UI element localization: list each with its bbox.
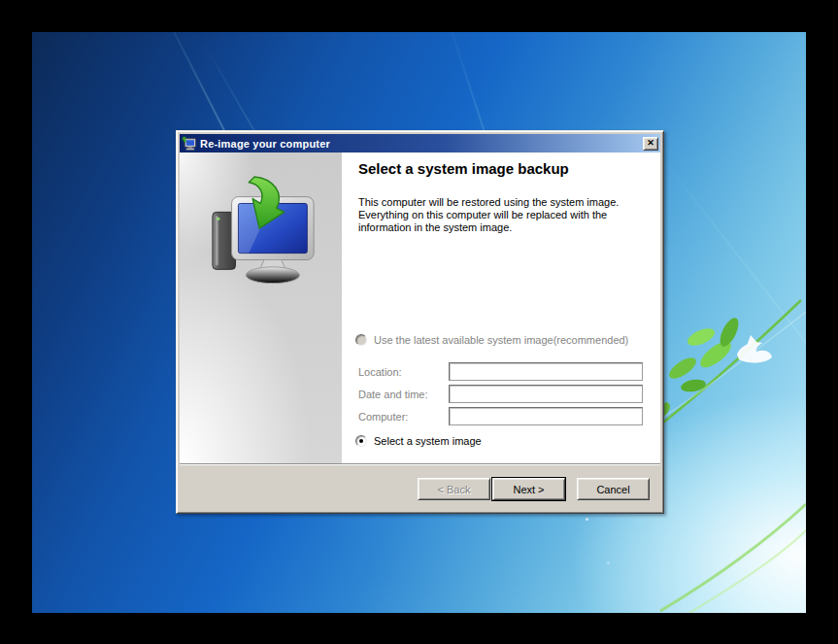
next-button[interactable]: Next > bbox=[492, 478, 565, 500]
cancel-button[interactable]: Cancel bbox=[577, 478, 650, 500]
page-description: This computer will be restored using the… bbox=[358, 196, 654, 234]
back-button[interactable]: < Back bbox=[418, 478, 490, 500]
bird-icon bbox=[737, 335, 772, 363]
page-title: Select a system image backup bbox=[358, 160, 569, 177]
close-button[interactable]: ✕ bbox=[643, 137, 658, 151]
radio-option-select-image[interactable]: Select a system image bbox=[355, 435, 482, 447]
location-label: Location: bbox=[358, 366, 449, 378]
radio-icon[interactable] bbox=[355, 334, 367, 346]
radio-option-label: Select a system image bbox=[374, 435, 482, 447]
date-time-input[interactable] bbox=[449, 385, 643, 403]
wizard-side-panel bbox=[180, 153, 342, 463]
wizard-button-row: < Back Next > Cancel bbox=[180, 465, 660, 510]
window-titlebar[interactable]: Re-image your computer ✕ bbox=[180, 134, 660, 153]
wallpaper-sparkle bbox=[607, 561, 610, 564]
field-row-location: Location: bbox=[358, 362, 643, 381]
computer-restore-illustration-icon bbox=[207, 174, 321, 288]
field-row-date-time: Date and time: bbox=[358, 385, 643, 403]
desktop-wallpaper: Re-image your computer ✕ bbox=[32, 32, 806, 613]
date-time-label: Date and time: bbox=[358, 389, 449, 400]
reimage-computer-icon[interactable] bbox=[182, 136, 196, 151]
reimage-wizard-window: Re-image your computer ✕ bbox=[176, 130, 664, 514]
window-title: Re-image your computer bbox=[200, 138, 643, 150]
field-row-computer: Computer: bbox=[358, 407, 643, 425]
radio-selected-dot bbox=[359, 439, 363, 443]
computer-input[interactable] bbox=[449, 407, 643, 425]
radio-option-label: Use the latest available system image(re… bbox=[374, 334, 628, 346]
close-icon: ✕ bbox=[647, 139, 654, 148]
wizard-content: Select a system image backup This comput… bbox=[342, 153, 660, 463]
location-input[interactable] bbox=[449, 362, 643, 381]
wallpaper-sparkle bbox=[586, 518, 588, 521]
computer-label: Computer: bbox=[358, 411, 449, 423]
wizard-body: Select a system image backup This comput… bbox=[180, 153, 660, 463]
radio-option-use-latest[interactable]: Use the latest available system image(re… bbox=[355, 334, 628, 346]
radio-icon[interactable] bbox=[355, 435, 367, 447]
